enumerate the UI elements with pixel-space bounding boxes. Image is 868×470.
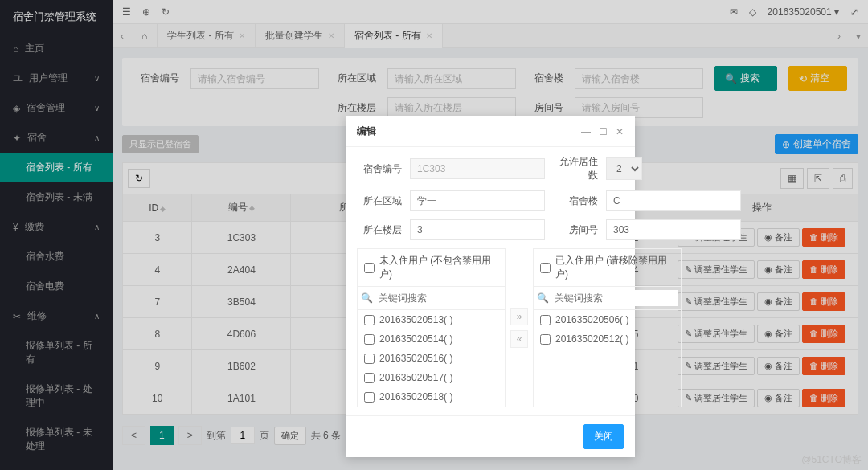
transfer-right: 已入住用户 (请移除禁用用户) 🔍 201635020506( ) 201635… bbox=[533, 248, 682, 407]
move-right-button[interactable]: » bbox=[510, 308, 528, 325]
search-icon: 🔍 bbox=[361, 292, 373, 304]
transfer-item[interactable]: 201635020512( ) bbox=[534, 329, 681, 349]
modal-area[interactable] bbox=[410, 190, 545, 211]
maximize-icon[interactable]: ☐ bbox=[599, 126, 608, 137]
modal-floor[interactable] bbox=[410, 219, 545, 240]
transfer-item[interactable]: 201635020506( ) bbox=[534, 310, 681, 329]
modal-dorm-no bbox=[410, 158, 545, 179]
modal-room[interactable] bbox=[606, 219, 741, 240]
move-left-button[interactable]: « bbox=[510, 330, 528, 348]
watermark: @51CTO博客 bbox=[801, 453, 862, 467]
transfer-item[interactable]: 201635020516( ) bbox=[358, 349, 505, 368]
transfer-item[interactable]: 201635020518( ) bbox=[358, 387, 505, 407]
edit-modal: 编辑 — ☐ ✕ 宿舍编号 允许居住数2 所在区域 宿舍楼 所在楼层 房间号 未… bbox=[346, 116, 635, 457]
transfer-item[interactable]: 201635020517( ) bbox=[358, 368, 505, 387]
minimize-icon[interactable]: — bbox=[581, 126, 591, 137]
left-search[interactable] bbox=[376, 290, 502, 306]
left-select-all[interactable] bbox=[364, 263, 375, 273]
right-search[interactable] bbox=[552, 290, 678, 306]
transfer-item[interactable]: 201635020514( ) bbox=[358, 329, 505, 349]
modal-capacity[interactable]: 2 bbox=[606, 157, 642, 180]
transfer-left: 未入住用户 (不包含禁用用户) 🔍 201635020513( ) 201635… bbox=[357, 248, 506, 407]
right-select-all[interactable] bbox=[540, 263, 551, 273]
transfer-item[interactable]: 201635020513( ) bbox=[358, 310, 505, 329]
modal-title: 编辑 bbox=[357, 125, 376, 138]
modal-close-button[interactable]: 关闭 bbox=[583, 424, 624, 449]
transfer: 未入住用户 (不包含禁用用户) 🔍 201635020513( ) 201635… bbox=[357, 248, 624, 407]
modal-building[interactable] bbox=[606, 190, 741, 211]
close-icon[interactable]: ✕ bbox=[616, 126, 624, 137]
search-icon: 🔍 bbox=[537, 292, 549, 304]
